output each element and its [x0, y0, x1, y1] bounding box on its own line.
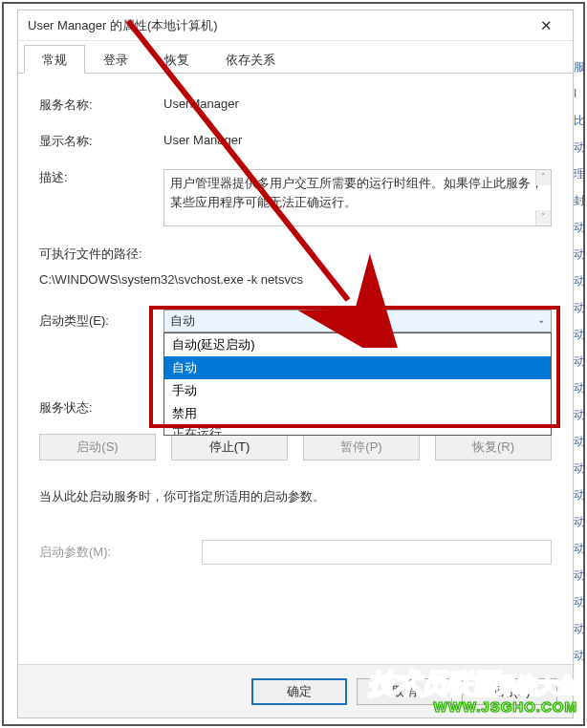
startup-type-select[interactable]: 自动 ⌄ — [163, 310, 552, 332]
description-textbox[interactable]: 用户管理器提供多用户交互所需要的运行时组件。如果停止此服务，某些应用程序可能无法… — [163, 169, 552, 226]
startup-type-selected: 自动 — [170, 312, 195, 330]
start-button[interactable]: 启动(S) — [39, 434, 156, 460]
tab-logon[interactable]: 登录 — [85, 45, 146, 74]
display-name-value: User Manager — [163, 133, 552, 147]
exe-path-value: C:\WINDOWS\system32\svchost.exe -k netsv… — [39, 272, 552, 287]
description-text: 用户管理器提供多用户交互所需要的运行时组件。如果停止此服务，某些应用程序可能无法… — [170, 176, 543, 209]
window-title: User Manager 的属性(本地计算机) — [28, 17, 527, 34]
startup-option-manual[interactable]: 手动 — [164, 379, 551, 402]
titlebar: User Manager 的属性(本地计算机) ✕ — [18, 11, 573, 41]
start-param-note: 当从此处启动服务时，你可指定所适用的启动参数。 — [39, 485, 552, 507]
dialog-footer: 确定 取消 应用(A) — [18, 664, 573, 717]
chevron-down-icon: ⌄ — [537, 314, 545, 325]
tab-recovery[interactable]: 恢复 — [146, 45, 207, 74]
exe-path-label: 可执行文件的路径: — [39, 246, 552, 263]
scroll-down-icon[interactable]: ˅ — [535, 210, 551, 225]
startup-type-label: 启动类型(E): — [39, 312, 163, 330]
pause-button[interactable]: 暂停(P) — [303, 434, 420, 460]
content-panel: 服务名称: UserManager 显示名称: User Manager 描述:… — [18, 74, 573, 664]
cancel-button[interactable]: 取消 — [357, 678, 452, 705]
ok-button[interactable]: 确定 — [251, 678, 347, 705]
display-name-label: 显示名称: — [39, 133, 163, 150]
control-button-row: 启动(S) 停止(T) 暂停(P) 恢复(R) — [39, 434, 552, 460]
apply-button[interactable]: 应用(A) — [462, 678, 557, 705]
resume-button[interactable]: 恢复(R) — [435, 434, 552, 460]
properties-dialog: User Manager 的属性(本地计算机) ✕ 常规 登录 恢复 依存关系 … — [17, 10, 574, 718]
scroll-up-icon[interactable]: ˄ — [535, 170, 551, 185]
startup-option-delayed[interactable]: 自动(延迟启动) — [164, 333, 551, 356]
background-page-fragment: 服I比动理封动动动动动动动动动动动动动动动动动 — [574, 54, 583, 703]
start-param-label: 启动参数(M): — [39, 544, 202, 561]
tabstrip: 常规 登录 恢复 依存关系 — [18, 41, 573, 74]
tab-dependencies[interactable]: 依存关系 — [207, 45, 294, 74]
description-label: 描述: — [39, 169, 163, 186]
tab-general[interactable]: 常规 — [24, 45, 85, 74]
startup-option-cutoff: 正在运行 — [164, 425, 551, 435]
startup-option-auto[interactable]: 自动 — [164, 356, 551, 379]
stop-button[interactable]: 停止(T) — [171, 434, 288, 460]
service-status-label: 服务状态: — [39, 399, 163, 417]
outer-crop-border: 服I比动理封动动动动动动动动动动动动动动动动动 User Manager 的属性… — [2, 2, 585, 726]
service-name-label: 服务名称: — [39, 96, 163, 114]
startup-type-dropdown: 自动(延迟启动) 自动 手动 禁用 正在运行 — [163, 332, 552, 436]
startup-option-disabled[interactable]: 禁用 — [164, 402, 551, 425]
start-param-input[interactable] — [202, 540, 552, 565]
close-icon[interactable]: ✕ — [527, 12, 565, 39]
service-name-value: UserManager — [163, 96, 552, 111]
